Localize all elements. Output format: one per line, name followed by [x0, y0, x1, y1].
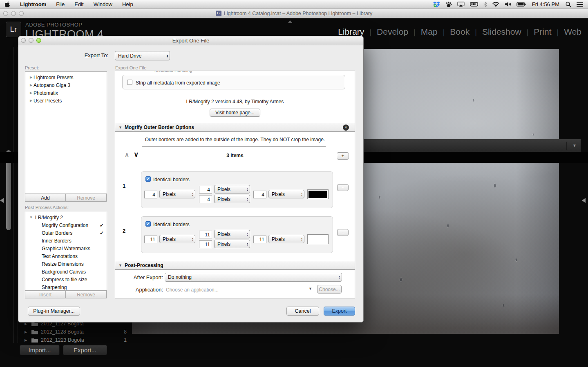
menu-app[interactable]: Lightroom: [20, 1, 46, 7]
export-button[interactable]: Export: [324, 307, 355, 316]
action-item[interactable]: Background Canvas: [25, 268, 107, 276]
border-left-field[interactable]: 4: [144, 191, 157, 198]
action-remove-button[interactable]: Remove: [66, 291, 107, 298]
border-left-unit-popup[interactable]: Pixels▴▾: [159, 235, 195, 243]
action-item[interactable]: Text Annotations: [25, 252, 107, 260]
border-top-unit-popup[interactable]: Pixels▴▾: [214, 185, 250, 194]
tab-library[interactable]: Library: [338, 27, 364, 37]
toolbar-options-dropdown-icon[interactable]: ▼: [572, 143, 577, 148]
battery-icon[interactable]: [516, 2, 526, 7]
section-collapse-triangle-icon[interactable]: ▼: [118, 263, 122, 267]
border-right-unit-popup[interactable]: Pixels▴▾: [268, 190, 304, 198]
action-item[interactable]: Mogrify Configuration✓: [25, 221, 107, 229]
window-zoom-button[interactable]: [19, 11, 24, 16]
choose-application-button[interactable]: Choose...: [317, 285, 342, 294]
remove-border-item-button[interactable]: -: [337, 229, 349, 236]
menu-help[interactable]: Help: [122, 1, 133, 7]
top-panel-reveal-arrow[interactable]: [288, 18, 293, 25]
preset-item[interactable]: ▶Autopano Giga 3: [25, 81, 107, 89]
border-color-swatch[interactable]: [307, 189, 329, 199]
border-bottom-unit-popup[interactable]: Pixels▴▾: [214, 195, 250, 203]
menu-edit[interactable]: Edit: [74, 1, 83, 7]
visit-home-page-button[interactable]: Visit home page...: [210, 109, 260, 117]
tab-book[interactable]: Book: [450, 27, 470, 37]
cancel-button[interactable]: Cancel: [286, 307, 319, 316]
tab-develop[interactable]: Develop: [377, 27, 408, 37]
export-main-button[interactable]: Export...: [63, 345, 107, 355]
identical-borders-checkbox[interactable]: ✓: [145, 176, 151, 182]
add-border-item-button[interactable]: +: [337, 152, 349, 160]
identical-borders-checkbox[interactable]: ✓: [145, 221, 151, 227]
paw-icon[interactable]: [445, 2, 452, 7]
border-bottom-field[interactable]: 11: [199, 240, 212, 248]
action-item[interactable]: Inner Borders: [25, 237, 107, 245]
dialog-minimize-button[interactable]: [29, 38, 34, 43]
preset-add-button[interactable]: Add: [25, 194, 66, 202]
apple-menu-icon[interactable]: [5, 1, 10, 7]
keyboard-battery-icon[interactable]: [470, 2, 478, 7]
post-processing-section-header[interactable]: ▼ Post-Processing: [115, 261, 355, 270]
right-panel-reveal-arrow[interactable]: [582, 198, 586, 203]
preset-item[interactable]: ▶Photomatix: [25, 89, 107, 97]
disclosure-triangle-icon[interactable]: ▼: [29, 216, 34, 219]
border-bottom-unit-popup[interactable]: Pixels▴▾: [214, 240, 250, 248]
section-close-icon[interactable]: ✕: [343, 125, 349, 131]
disclosure-triangle-icon[interactable]: ▶: [29, 83, 34, 87]
folder-row[interactable]: ▶ 2012_1223 Bogota 1: [19, 336, 130, 344]
tab-slideshow[interactable]: Slideshow: [482, 27, 521, 37]
plugin-manager-button[interactable]: Plug-in Manager...: [28, 307, 80, 316]
window-minimize-button[interactable]: [11, 11, 16, 16]
border-top-field[interactable]: 11: [199, 231, 212, 238]
wifi-icon[interactable]: [492, 2, 499, 7]
border-left-unit-popup[interactable]: Pixels▴▾: [159, 190, 195, 198]
border-top-field[interactable]: 4: [199, 186, 212, 194]
action-item[interactable]: Compress to file size: [25, 276, 107, 283]
volume-icon[interactable]: [505, 2, 511, 7]
border-right-unit-popup[interactable]: Pixels▴▾: [268, 235, 304, 243]
action-item[interactable]: Resize Dimensions: [25, 260, 107, 268]
disclosure-triangle-icon[interactable]: ▶: [29, 91, 34, 95]
airplay-icon[interactable]: [457, 2, 465, 7]
disclosure-triangle-icon[interactable]: ▶: [25, 330, 29, 334]
preset-item[interactable]: ▶User Presets: [25, 97, 107, 105]
tab-map[interactable]: Map: [421, 27, 438, 37]
action-item[interactable]: Graphical Watermarks: [25, 245, 107, 252]
dialog-zoom-button[interactable]: [36, 38, 41, 43]
border-left-field[interactable]: 11: [144, 236, 157, 243]
dropbox-icon[interactable]: [433, 1, 440, 7]
action-item[interactable]: Sharpening: [25, 283, 107, 291]
plugin-group-row[interactable]: ▼LR/Mogrify 2: [25, 214, 107, 221]
border-bottom-field[interactable]: 4: [199, 196, 212, 203]
tab-web[interactable]: Web: [564, 27, 581, 37]
menu-file[interactable]: File: [56, 1, 65, 7]
border-right-field[interactable]: 4: [253, 191, 266, 198]
tab-print[interactable]: Print: [534, 27, 551, 37]
border-top-unit-popup[interactable]: Pixels▴▾: [214, 230, 250, 238]
folder-row[interactable]: ▶ 2012_1128 Bogota 8: [19, 328, 130, 336]
bluetooth-icon[interactable]: [483, 2, 487, 7]
action-item[interactable]: Outer Borders✓: [25, 229, 107, 237]
disclosure-triangle-icon[interactable]: ▶: [29, 99, 34, 102]
left-panel-reveal-arrow[interactable]: [0, 198, 4, 203]
import-button[interactable]: Import...: [20, 345, 60, 355]
border-color-swatch[interactable]: [307, 234, 329, 244]
disclosure-triangle-icon[interactable]: ▶: [29, 76, 34, 79]
dialog-close-button[interactable]: [21, 38, 26, 43]
preset-item[interactable]: ▶Lightroom Presets: [25, 73, 107, 81]
export-to-popup[interactable]: Hard Drive ▴▾: [115, 51, 170, 60]
application-dropdown-icon[interactable]: ▼: [309, 287, 312, 291]
window-close-button[interactable]: [3, 11, 8, 16]
strip-metadata-checkbox[interactable]: [127, 80, 132, 85]
remove-border-item-button[interactable]: -: [337, 184, 349, 191]
menu-window[interactable]: Window: [94, 1, 112, 7]
section-collapse-triangle-icon[interactable]: ▼: [118, 125, 122, 129]
outer-border-section-header[interactable]: ▼ Mogrify Outer Border Options ✕: [115, 123, 355, 132]
border-right-field[interactable]: 11: [253, 236, 266, 243]
menu-bar-clock[interactable]: Fri 4:56 PM: [531, 1, 560, 7]
action-insert-button[interactable]: Insert: [25, 291, 66, 298]
after-export-popup[interactable]: Do nothing ▴▾: [165, 273, 342, 282]
spotlight-search-icon[interactable]: [566, 2, 571, 7]
notification-list-icon[interactable]: [577, 2, 583, 7]
disclosure-triangle-icon[interactable]: ▶: [25, 338, 29, 342]
preset-remove-button[interactable]: Remove: [66, 194, 107, 202]
